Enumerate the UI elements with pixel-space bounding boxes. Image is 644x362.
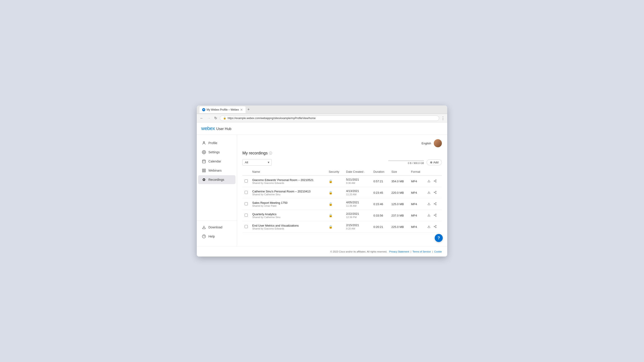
row-size-cell: 237.0 MB bbox=[389, 210, 409, 221]
share-recording-button[interactable] bbox=[433, 213, 437, 218]
footer-cookie-link[interactable]: Cookie bbox=[434, 250, 442, 253]
filter-select[interactable]: All My Recordings Shared with Me bbox=[242, 159, 272, 166]
sidebar-item-calendar[interactable]: Calendar bbox=[198, 157, 236, 166]
row-date-cell: 5/21/20219:36 AM bbox=[344, 175, 371, 187]
row-security-cell: 🔒 bbox=[326, 198, 344, 210]
download-recording-button[interactable] bbox=[427, 213, 431, 218]
row-checkbox-cell bbox=[242, 175, 250, 187]
help-fab-button[interactable]: ? bbox=[435, 234, 443, 242]
sidebar-item-help[interactable]: Help bbox=[198, 232, 236, 241]
row-format-cell: MP4 bbox=[409, 175, 425, 187]
address-bar[interactable]: 🔒 https://example.webex.com/webappng/sit… bbox=[220, 115, 439, 121]
tab-favicon: W bbox=[202, 108, 205, 111]
svg-line-19 bbox=[435, 181, 436, 181]
row-duration-cell: 0:33:56 bbox=[371, 210, 389, 221]
svg-rect-2 bbox=[202, 160, 206, 163]
col-duration: Duration bbox=[371, 168, 389, 175]
svg-point-29 bbox=[434, 203, 435, 204]
row-date-cell: 4/05/202111:36 AM bbox=[344, 198, 371, 210]
user-avatar[interactable] bbox=[434, 139, 442, 147]
sidebar-item-webinars[interactable]: Webinars bbox=[198, 166, 236, 175]
row-checkbox-3[interactable] bbox=[245, 214, 248, 217]
svg-point-35 bbox=[434, 215, 435, 216]
recording-shared: Shared by Umar Patel bbox=[252, 204, 324, 207]
download-recording-button[interactable] bbox=[427, 225, 431, 229]
share-recording-button[interactable] bbox=[433, 225, 437, 229]
row-checkbox-4[interactable] bbox=[245, 225, 248, 228]
svg-rect-8 bbox=[204, 171, 206, 172]
row-checkbox-2[interactable] bbox=[245, 202, 248, 205]
svg-point-28 bbox=[436, 202, 436, 203]
lock-icon: 🔒 bbox=[223, 117, 226, 120]
share-recording-button[interactable] bbox=[433, 179, 437, 184]
forward-button[interactable]: → bbox=[206, 116, 212, 121]
back-button[interactable]: ← bbox=[199, 116, 204, 121]
download-recording-button[interactable] bbox=[427, 190, 431, 195]
row-name-cell: Sales Report Meeting 1750 Shared by Umar… bbox=[250, 198, 326, 210]
action-icons bbox=[427, 190, 440, 195]
reload-button[interactable]: ↻ bbox=[213, 115, 218, 121]
svg-rect-9 bbox=[202, 171, 204, 172]
browser-titlebar: W My Webex Profile – Webex ✕ + bbox=[197, 105, 447, 114]
col-size: Size bbox=[389, 168, 409, 175]
sidebar-label-recordings: Recordings bbox=[208, 178, 224, 181]
col-checkbox bbox=[242, 168, 250, 175]
row-name-cell: Quarterly Analytics Shared by Catherine … bbox=[250, 210, 326, 221]
download-recording-button[interactable] bbox=[427, 202, 431, 206]
recording-shared: Shared by Giacomo Edwards bbox=[252, 182, 324, 184]
language-selector[interactable]: English bbox=[422, 142, 431, 145]
table-row: Sales Report Meeting 1750 Shared by Umar… bbox=[242, 198, 442, 210]
sidebar-item-settings[interactable]: Settings bbox=[198, 148, 236, 157]
add-button[interactable]: ⊕ Add bbox=[427, 159, 442, 165]
svg-rect-7 bbox=[204, 169, 206, 170]
row-checkbox-1[interactable] bbox=[245, 191, 248, 194]
active-tab[interactable]: W My Webex Profile – Webex ✕ bbox=[200, 106, 246, 113]
footer-copyright: © 2023 Cisco and/or its affiliates. All … bbox=[330, 250, 387, 253]
row-actions-cell bbox=[425, 198, 442, 210]
sidebar-item-profile[interactable]: Profile bbox=[198, 139, 236, 147]
browser-toolbar: ← → ↻ 🔒 https://example.webex.com/webapp… bbox=[197, 114, 447, 122]
app-logo: webex User Hub bbox=[201, 126, 232, 131]
lock-icon: 🔒 bbox=[329, 191, 332, 194]
tab-close-button[interactable]: ✕ bbox=[240, 108, 243, 111]
recording-name[interactable]: End User Metrics and Visualizations bbox=[252, 224, 324, 227]
person-icon bbox=[202, 141, 206, 145]
sidebar-item-download[interactable]: Download bbox=[198, 223, 236, 232]
col-date[interactable]: Date Created bbox=[344, 168, 371, 175]
download-recording-button[interactable] bbox=[427, 179, 431, 184]
row-checkbox-0[interactable] bbox=[245, 179, 248, 183]
sidebar-label-calendar: Calendar bbox=[208, 160, 221, 163]
action-icons bbox=[427, 213, 440, 218]
recording-name[interactable]: Catherine Sinu's Personal Room – 2021041… bbox=[252, 190, 324, 193]
recording-name[interactable]: Quarterly Analytics bbox=[252, 213, 324, 216]
recording-name[interactable]: Sales Report Meeting 1750 bbox=[252, 201, 324, 204]
row-security-cell: 🔒 bbox=[326, 221, 344, 233]
svg-line-38 bbox=[435, 214, 436, 215]
share-recording-button[interactable] bbox=[433, 202, 437, 206]
sidebar-label-profile: Profile bbox=[208, 141, 217, 145]
svg-point-40 bbox=[436, 225, 436, 226]
row-name-cell: Catherine Sinu's Personal Room – 2021041… bbox=[250, 187, 326, 198]
row-date-cell: 2/22/202112:36 PM bbox=[344, 210, 371, 221]
recording-shared: Shared by Giacomo Edwards bbox=[252, 227, 324, 230]
row-duration-cell: 0:20:21 bbox=[371, 221, 389, 233]
row-format-cell: MP4 bbox=[409, 187, 425, 198]
add-button-label: Add bbox=[433, 161, 438, 164]
share-recording-button[interactable] bbox=[433, 190, 437, 195]
row-name-cell: End User Metrics and Visualizations Shar… bbox=[250, 221, 326, 233]
row-format-cell: MP4 bbox=[409, 210, 425, 221]
info-icon[interactable]: ⓘ bbox=[269, 151, 272, 155]
svg-point-41 bbox=[434, 226, 435, 227]
row-actions-cell bbox=[425, 175, 442, 187]
footer-tos-link[interactable]: Terms of Service bbox=[412, 250, 431, 253]
svg-line-20 bbox=[435, 180, 436, 181]
row-format-cell: MP4 bbox=[409, 198, 425, 210]
new-tab-button[interactable]: + bbox=[246, 107, 251, 112]
recordings-toolbar: All My Recordings Shared with Me ▼ 0 B /… bbox=[242, 159, 442, 166]
svg-point-22 bbox=[436, 191, 436, 192]
browser-menu-button[interactable]: ⋮ bbox=[441, 116, 445, 121]
sidebar-item-recordings[interactable]: Recordings bbox=[198, 175, 236, 184]
recording-name[interactable]: Giacomo Edwards' Personal Room – 2021052… bbox=[252, 178, 324, 182]
footer-privacy-link[interactable]: Privacy Statement bbox=[389, 250, 409, 253]
record-icon bbox=[202, 177, 206, 182]
